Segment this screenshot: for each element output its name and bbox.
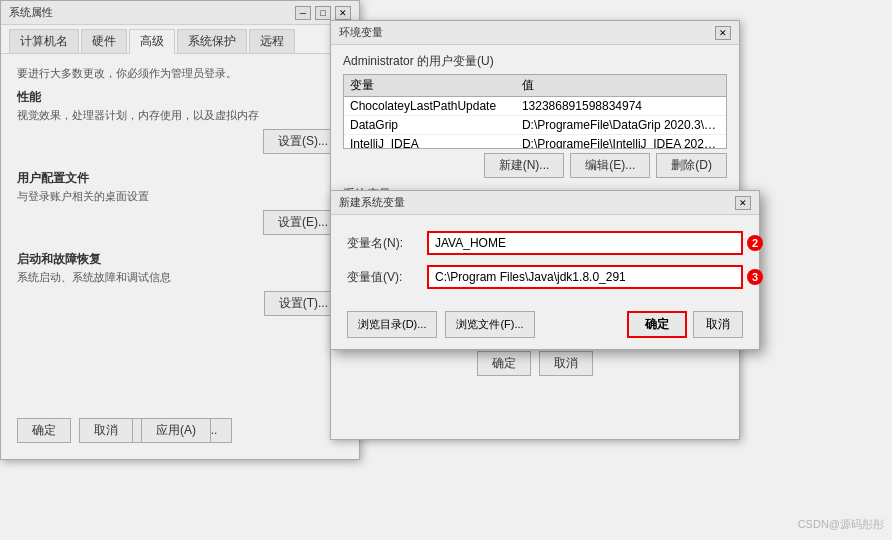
sys-props-ok-button[interactable]: 确定 (17, 418, 71, 443)
new-var-titlebar: 新建系统变量 ✕ (331, 191, 759, 215)
var-name-input[interactable] (427, 231, 743, 255)
user-col-val: 值 (516, 75, 726, 97)
new-var-dialog: 新建系统变量 ✕ 变量名(N): 2 变量值(V): 3 浏览目录(D)... … (330, 190, 760, 350)
sys-props-apply-button[interactable]: 应用(A) (141, 418, 211, 443)
sys-props-controls: ─ □ ✕ (295, 6, 351, 20)
new-var-title: 新建系统变量 (339, 195, 405, 210)
user-profile-label: 用户配置文件 (17, 170, 343, 187)
close-btn[interactable]: ✕ (335, 6, 351, 20)
perf-label: 性能 (17, 89, 343, 106)
new-var-buttons-row: 浏览目录(D)... 浏览文件(F)... 确定 取消 (331, 307, 759, 342)
user-vars-row[interactable]: IntelliJ_IDEA D:\ProgrameFile\IntelliJ_I… (344, 135, 726, 150)
sys-props-title: 系统属性 (9, 5, 53, 20)
startup-section: 启动和故障恢复 系统启动、系统故障和调试信息 设置(T)... (17, 251, 343, 316)
sys-props-content: 要进行大多数更改，你必须作为管理员登录。 性能 视觉效果，处理器计划，内存使用，… (1, 54, 359, 344)
badge-2: 2 (747, 235, 763, 251)
new-var-controls: ✕ (735, 196, 751, 210)
sys-props-cancel-button[interactable]: 取消 (79, 418, 133, 443)
new-var-ok-button[interactable]: 确定 (627, 311, 687, 338)
sys-props-titlebar: 系统属性 ─ □ ✕ (1, 1, 359, 25)
badge-3: 3 (747, 269, 763, 285)
env-close-btn[interactable]: ✕ (715, 26, 731, 40)
watermark: CSDN@源码彤彤 (798, 517, 884, 532)
env-vars-content: Administrator 的用户变量(U) 变量 值 ChocolateyLa… (331, 45, 739, 186)
env-cancel-button[interactable]: 取消 (539, 351, 593, 376)
tab-advanced[interactable]: 高级 (129, 29, 175, 54)
minimize-btn[interactable]: ─ (295, 6, 311, 20)
user-profile-section: 用户配置文件 与登录账户相关的桌面设置 设置(E)... (17, 170, 343, 235)
env-ok-button[interactable]: 确定 (477, 351, 531, 376)
user-profile-desc: 与登录账户相关的桌面设置 (17, 189, 343, 204)
user-new-button[interactable]: 新建(N)... (484, 153, 565, 178)
sys-props-tabs: 计算机名 硬件 高级 系统保护 远程 (1, 25, 359, 54)
main-desc: 要进行大多数更改，你必须作为管理员登录。 (17, 66, 343, 81)
env-vars-title: 环境变量 (339, 25, 383, 40)
sys-props-ok-cancel: 确定 取消 应用(A) (17, 418, 211, 443)
var-value-input[interactable] (427, 265, 743, 289)
new-var-confirm-buttons: 确定 取消 (627, 311, 743, 338)
startup-desc: 系统启动、系统故障和调试信息 (17, 270, 343, 285)
user-vars-row[interactable]: DataGrip D:\ProgrameFile\DataGrip 2020.3… (344, 116, 726, 135)
perf-desc: 视觉效果，处理器计划，内存使用，以及虚拟内存 (17, 108, 343, 123)
maximize-btn[interactable]: □ (315, 6, 331, 20)
var-value-label: 变量值(V): (347, 269, 427, 286)
startup-label: 启动和故障恢复 (17, 251, 343, 268)
user-vars-buttons: 新建(N)... 编辑(E)... 删除(D) (343, 149, 727, 182)
user-delete-button[interactable]: 删除(D) (656, 153, 727, 178)
performance-section: 性能 视觉效果，处理器计划，内存使用，以及虚拟内存 设置(S)... (17, 89, 343, 154)
new-var-cancel-button[interactable]: 取消 (693, 311, 743, 338)
new-var-form: 变量名(N): 2 变量值(V): 3 (331, 215, 759, 307)
user-col-var: 变量 (344, 75, 516, 97)
browse-dir-button[interactable]: 浏览目录(D)... (347, 311, 437, 338)
var-value-row: 变量值(V): 3 (347, 265, 743, 289)
new-var-close-btn[interactable]: ✕ (735, 196, 751, 210)
env-vars-titlebar: 环境变量 ✕ (331, 21, 739, 45)
system-properties-window: 系统属性 ─ □ ✕ 计算机名 硬件 高级 系统保护 远程 要进行大多数更改，你… (0, 0, 360, 460)
tab-remote[interactable]: 远程 (249, 29, 295, 53)
tab-computer-name[interactable]: 计算机名 (9, 29, 79, 53)
user-vars-table-container[interactable]: 变量 值 ChocolateyLastPathUpdate 1323868915… (343, 74, 727, 149)
var-name-row: 变量名(N): 2 (347, 231, 743, 255)
tab-hardware[interactable]: 硬件 (81, 29, 127, 53)
var-name-label: 变量名(N): (347, 235, 427, 252)
user-vars-table: 变量 值 ChocolateyLastPathUpdate 1323868915… (344, 75, 726, 149)
browse-file-button[interactable]: 浏览文件(F)... (445, 311, 534, 338)
user-vars-title: Administrator 的用户变量(U) (343, 53, 727, 74)
tab-system-protect[interactable]: 系统保护 (177, 29, 247, 53)
user-vars-row[interactable]: ChocolateyLastPathUpdate 132386891598834… (344, 97, 726, 116)
env-vars-controls: ✕ (715, 26, 731, 40)
user-edit-button[interactable]: 编辑(E)... (570, 153, 650, 178)
